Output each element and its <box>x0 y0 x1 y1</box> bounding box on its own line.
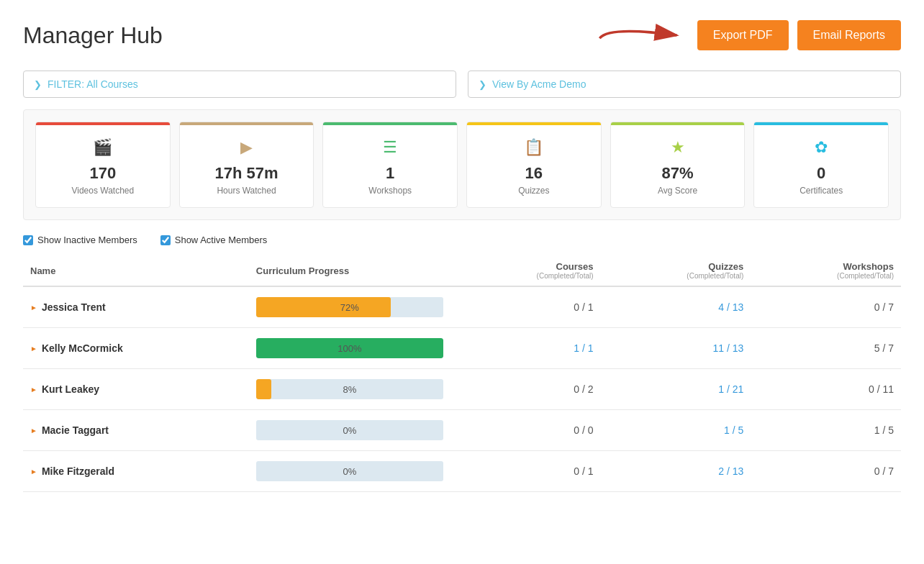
cell-quizzes: 11 / 13 <box>601 328 751 369</box>
videos-label: Videos Watched <box>45 186 161 196</box>
workshops-icon: ☰ <box>332 138 448 157</box>
progress-bar-fill <box>256 297 391 317</box>
cell-name: ► Jessica Trent <box>23 286 249 328</box>
stat-card-hours: ▶ 17h 57m Hours Watched <box>179 122 314 208</box>
inactive-members-checkbox[interactable] <box>23 235 33 245</box>
filter-chevron-icon: ❯ <box>34 79 42 90</box>
progress-bar-fill <box>256 379 271 399</box>
row-name-text: Mike Fitzgerald <box>42 465 114 477</box>
col-quizzes: Quizzes (Completed/Total) <box>601 255 751 286</box>
workshops-value: 1 <box>332 164 448 183</box>
inactive-members-label: Show Inactive Members <box>37 235 137 245</box>
stat-card-quizzes: 📋 16 Quizzes <box>466 122 602 208</box>
workshops-label: Workshops <box>332 186 448 196</box>
active-members-checkbox-item[interactable]: Show Active Members <box>160 235 268 245</box>
row-name-content: ► Kelly McCormick <box>30 342 242 354</box>
hours-value: 17h 57m <box>189 164 305 183</box>
stat-card-avgscore: ★ 87% Avg Score <box>610 122 746 208</box>
cell-courses: 0 / 1 <box>450 286 601 328</box>
stat-card-workshops: ☰ 1 Workshops <box>322 122 458 208</box>
table-header-row: Name Curriculum Progress Courses (Comple… <box>23 255 901 286</box>
row-name-content: ► Mike Fitzgerald <box>30 465 242 477</box>
members-table-wrapper: Name Curriculum Progress Courses (Comple… <box>23 255 901 492</box>
email-reports-button[interactable]: Email Reports <box>797 20 901 50</box>
progress-bar-wrap: 0% <box>256 461 443 481</box>
view-chevron-icon: ❯ <box>479 79 486 90</box>
filter-courses-label: FILTER: All Courses <box>47 78 138 90</box>
row-name-content: ► Kurt Leakey <box>30 383 242 395</box>
col-courses: Courses (Completed/Total) <box>450 255 601 286</box>
cell-quizzes: 2 / 13 <box>601 451 751 492</box>
avgscore-label: Avg Score <box>620 186 736 196</box>
table-row: ► Kelly McCormick 100% 1 / 111 / 135 / 7 <box>23 328 901 369</box>
filters-row: ❯ FILTER: All Courses ❯ View By Acme Dem… <box>23 70 901 98</box>
row-name-text: Jessica Trent <box>42 301 106 313</box>
progress-label: 72% <box>340 302 359 313</box>
cell-workshops: 0 / 7 <box>751 286 901 328</box>
progress-label: 100% <box>338 343 361 354</box>
filter-courses-dropdown[interactable]: ❯ FILTER: All Courses <box>23 70 456 98</box>
cell-courses: 1 / 1 <box>450 328 601 369</box>
stat-card-certs: ✿ 0 Certificates <box>753 122 889 208</box>
cell-name: ► Kurt Leakey <box>23 369 249 410</box>
cell-courses: 0 / 2 <box>450 369 601 410</box>
avgscore-value: 87% <box>620 164 736 183</box>
row-name-text: Kurt Leakey <box>42 383 99 395</box>
cell-quizzes: 1 / 5 <box>601 410 751 451</box>
progress-label: 8% <box>343 384 356 395</box>
col-name: Name <box>23 255 249 286</box>
filter-view-label: View By Acme Demo <box>492 78 586 90</box>
row-name-text: Kelly McCormick <box>42 342 123 354</box>
quizzes-icon: 📋 <box>476 138 592 157</box>
table-row: ► Mike Fitzgerald 0% 0 / 12 / 130 / 7 <box>23 451 901 492</box>
row-expand-icon[interactable]: ► <box>30 345 37 352</box>
quizzes-label: Quizzes <box>476 186 592 196</box>
header-actions: Export PDF Email Reports <box>597 17 901 53</box>
cell-progress: 0% <box>249 451 450 492</box>
table-row: ► Jessica Trent 72% 0 / 14 / 130 / 7 <box>23 286 901 328</box>
row-name-content: ► Jessica Trent <box>30 301 242 313</box>
active-members-label: Show Active Members <box>175 235 268 245</box>
row-expand-icon[interactable]: ► <box>30 304 37 311</box>
col-workshops: Workshops (Completed/Total) <box>751 255 901 286</box>
cell-progress: 72% <box>249 286 450 328</box>
stats-row: 🎬 170 Videos Watched ▶ 17h 57m Hours Wat… <box>35 122 889 208</box>
checkboxes-row: Show Inactive Members Show Active Member… <box>23 235 901 245</box>
cell-workshops: 0 / 11 <box>751 369 901 410</box>
table-row: ► Kurt Leakey 8% 0 / 21 / 210 / 11 <box>23 369 901 410</box>
video-icon: 🎬 <box>45 138 161 157</box>
col-progress: Curriculum Progress <box>249 255 450 286</box>
stat-card-videos: 🎬 170 Videos Watched <box>35 122 171 208</box>
row-expand-icon[interactable]: ► <box>30 386 37 394</box>
star-icon: ★ <box>620 138 736 157</box>
export-pdf-button[interactable]: Export PDF <box>697 20 789 50</box>
hours-label: Hours Watched <box>189 186 305 196</box>
cell-name: ► Kelly McCormick <box>23 328 249 369</box>
row-expand-icon[interactable]: ► <box>30 427 37 435</box>
cell-progress: 100% <box>249 328 450 369</box>
cell-workshops: 1 / 5 <box>751 410 901 451</box>
cell-courses: 0 / 0 <box>450 410 601 451</box>
certs-value: 0 <box>763 164 879 183</box>
filter-view-dropdown[interactable]: ❯ View By Acme Demo <box>468 70 901 98</box>
cell-courses: 0 / 1 <box>450 451 601 492</box>
play-icon: ▶ <box>189 138 305 157</box>
cell-quizzes: 4 / 13 <box>601 286 751 328</box>
inactive-members-checkbox-item[interactable]: Show Inactive Members <box>23 235 137 245</box>
quizzes-value: 16 <box>476 164 592 183</box>
progress-label: 0% <box>343 466 356 477</box>
cell-workshops: 0 / 7 <box>751 451 901 492</box>
arrow-annotation <box>597 17 683 53</box>
active-members-checkbox[interactable] <box>160 235 171 245</box>
members-table: Name Curriculum Progress Courses (Comple… <box>23 255 901 492</box>
cell-name: ► Macie Taggart <box>23 410 249 451</box>
certs-label: Certificates <box>763 186 879 196</box>
progress-bar-wrap: 100% <box>256 338 443 358</box>
progress-label: 0% <box>343 425 356 436</box>
progress-bar-wrap: 8% <box>256 379 443 399</box>
progress-bar-wrap: 72% <box>256 297 443 317</box>
page-title: Manager Hub <box>23 22 163 49</box>
cell-progress: 0% <box>249 410 450 451</box>
cell-progress: 8% <box>249 369 450 410</box>
row-expand-icon[interactable]: ► <box>30 468 37 476</box>
